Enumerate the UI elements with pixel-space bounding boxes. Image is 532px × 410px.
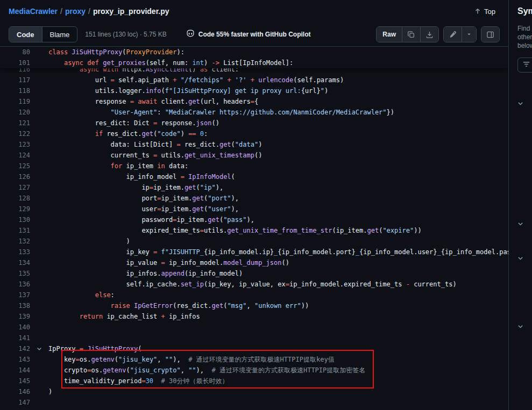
line-number[interactable]: 134 [0, 257, 30, 268]
symbol-expand-chevron-icon[interactable] [517, 220, 524, 227]
file-header: MediaCrawler/proxy/proxy_ip_provider.py … [0, 0, 508, 23]
code-text: time_validity_period=30 # 30分钟（最长时效） [48, 376, 508, 386]
code-text: user=ip_item.get("user"), [48, 204, 508, 214]
line-number[interactable]: 133 [0, 247, 30, 257]
line-number[interactable]: 137 [0, 290, 30, 300]
line-number[interactable]: 121 [0, 118, 30, 128]
fold-chevron-icon[interactable] [30, 343, 48, 354]
code-line: 129 user=ip_item.get("user"), [0, 204, 508, 214]
line-number[interactable]: 136 [0, 279, 30, 290]
edit-button[interactable] [444, 27, 462, 42]
fold-gutter [30, 386, 48, 397]
breadcrumb-file-name: proxy_ip_provider.py [93, 7, 169, 16]
code-line: 120 "User-Agent": "MediaCrawler https://… [0, 107, 508, 118]
line-number[interactable]: 80 [0, 47, 30, 57]
raw-actions-group: Raw [376, 26, 439, 42]
back-to-top-button[interactable]: Top [470, 5, 500, 18]
fold-gutter [30, 204, 48, 214]
line-number[interactable]: 116 [0, 68, 30, 75]
fold-gutter [30, 225, 48, 236]
pencil-icon [449, 31, 457, 39]
line-number[interactable]: 118 [0, 85, 30, 96]
code-text [48, 333, 508, 343]
code-text: current_ts = utils.get_unix_timestamp() [48, 150, 508, 161]
line-number[interactable]: 138 [0, 300, 30, 311]
symbol-expand-chevron-icon[interactable] [517, 323, 524, 330]
fold-gutter [30, 96, 48, 107]
code-text: url = self.api_path + "/fetchips" + '?' … [48, 75, 508, 85]
code-text: IpProxy = JiSuHttpProxy( [48, 343, 508, 354]
line-number[interactable]: 123 [0, 139, 30, 150]
tab-code[interactable]: Code [9, 27, 42, 42]
breadcrumb-folder-link[interactable]: proxy [65, 7, 86, 16]
code-text: crypto=os.getenv("jisu_crypto", ""), # 通… [48, 365, 508, 376]
copy-button[interactable] [402, 27, 420, 42]
line-number[interactable]: 128 [0, 193, 30, 204]
line-number[interactable]: 120 [0, 107, 30, 118]
fold-gutter [30, 257, 48, 268]
code-view[interactable]: 80class JiSuHttpProxy(ProxyProvider):101… [0, 47, 508, 410]
line-number[interactable]: 125 [0, 161, 30, 171]
line-number[interactable]: 147 [0, 397, 30, 408]
line-number[interactable]: 127 [0, 182, 30, 193]
raw-button[interactable]: Raw [377, 27, 402, 42]
code-text: return ip_cache_list + ip_infos [48, 311, 508, 322]
code-line: 139 return ip_cache_list + ip_infos [0, 311, 508, 322]
download-icon [425, 31, 434, 39]
line-number[interactable]: 140 [0, 322, 30, 333]
code-line: 147 [0, 397, 508, 408]
symbol-expand-chevron-icon[interactable] [517, 255, 524, 262]
symbol-expand-chevron-icon[interactable] [517, 100, 524, 107]
line-number[interactable]: 129 [0, 204, 30, 214]
symbols-filter-button[interactable] [517, 57, 532, 73]
symbols-panel: Symbols Find definitions and references … [508, 0, 532, 410]
line-number[interactable]: 144 [0, 365, 30, 376]
line-number[interactable]: 132 [0, 236, 30, 247]
code-line: 137 else: [0, 290, 508, 300]
line-number[interactable]: 142 [0, 343, 30, 354]
fold-gutter [30, 365, 48, 376]
code-text: data: List[Dict] = res_dict.get("data") [48, 139, 508, 150]
line-number[interactable]: 143 [0, 354, 30, 365]
copilot-icon [186, 29, 195, 40]
copilot-banner[interactable]: Code 55% faster with GitHub Copilot [186, 29, 311, 40]
line-number[interactable]: 131 [0, 225, 30, 236]
fold-gutter [30, 68, 48, 75]
file-metadata: 151 lines (130 loc) · 5.75 KB [85, 31, 166, 38]
code-text: password=ip_item.get("pass"), [48, 214, 508, 225]
breadcrumb-repo-link[interactable]: MediaCrawler [9, 7, 58, 16]
symbols-panel-description: Find definitions and references for func… [517, 24, 532, 50]
code-text: ip_value = ip_info_model.model_dump_json… [48, 257, 508, 268]
line-number[interactable]: 146 [0, 386, 30, 397]
fold-gutter [30, 247, 48, 257]
tab-blame[interactable]: Blame [42, 27, 77, 42]
fold-gutter [30, 193, 48, 204]
line-number[interactable]: 122 [0, 128, 30, 139]
code-text: else: [48, 290, 508, 300]
line-number[interactable]: 101 [0, 57, 30, 68]
code-line: 80class JiSuHttpProxy(ProxyProvider): [0, 47, 508, 57]
fold-gutter [30, 57, 48, 68]
download-button[interactable] [420, 27, 438, 42]
line-number[interactable]: 126 [0, 171, 30, 182]
fold-gutter [30, 128, 48, 139]
line-number[interactable]: 130 [0, 214, 30, 225]
line-number[interactable]: 135 [0, 268, 30, 279]
line-number[interactable]: 139 [0, 311, 30, 322]
symbols-panel-toggle-button[interactable] [481, 27, 499, 42]
code-text [48, 397, 508, 408]
code-line: 127 ip=ip_item.get("ip"), [0, 182, 508, 193]
edit-dropdown-button[interactable] [462, 27, 476, 42]
code-text: "User-Agent": "MediaCrawler https://gith… [48, 107, 508, 118]
line-number[interactable]: 119 [0, 96, 30, 107]
line-number[interactable]: 145 [0, 376, 30, 386]
line-number[interactable]: 124 [0, 150, 30, 161]
fold-gutter [30, 322, 48, 333]
code-line: 133 ip_key = f"JISUHTTP_{ip_info_model.i… [0, 247, 508, 257]
code-line: 132 ) [0, 236, 508, 247]
breadcrumb-separator: / [60, 7, 62, 16]
line-number[interactable]: 117 [0, 75, 30, 85]
line-number[interactable]: 141 [0, 333, 30, 343]
fold-gutter [30, 85, 48, 96]
code-line: 116 async with httpx.AsyncClient() as cl… [0, 68, 508, 75]
